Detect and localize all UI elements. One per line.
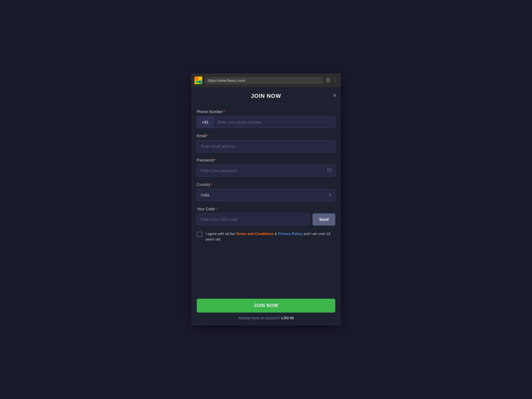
- terms-link[interactable]: Terms and Conditions: [236, 232, 273, 236]
- agree-row: I agree with all the Terms and Condition…: [197, 231, 335, 242]
- phone-label-text: Phone Number: [197, 109, 223, 114]
- email-label-text: Email: [197, 134, 206, 138]
- password-input[interactable]: [197, 165, 335, 177]
- agree-prefix: I agree with all the: [206, 232, 236, 236]
- browser-window: https://www.9winz.com/ ☰ ⋮ JOIN NOW × Ph…: [191, 73, 341, 326]
- phone-input[interactable]: [214, 116, 335, 128]
- modal-container: JOIN NOW × Phone Number* +91 Email*: [191, 87, 341, 326]
- agree-ampersand: &: [273, 232, 278, 236]
- sms-row: Send: [197, 213, 335, 226]
- sms-code-input[interactable]: [197, 213, 310, 226]
- code-label-text: Your Code: [197, 207, 215, 211]
- email-input[interactable]: [197, 140, 335, 152]
- browser-url: https://www.9winz.com/: [205, 77, 323, 84]
- close-button[interactable]: ×: [333, 93, 336, 99]
- country-select[interactable]: India Pakistan Bangladesh Sri Lanka Nepa…: [197, 189, 335, 201]
- email-label: Email*: [197, 134, 335, 138]
- code-required-star: *: [216, 207, 217, 211]
- agree-text: I agree with all the Terms and Condition…: [206, 231, 335, 242]
- modal-title: JOIN NOW: [251, 93, 281, 99]
- country-select-wrapper: India Pakistan Bangladesh Sri Lanka Nepa…: [197, 189, 335, 201]
- country-label-text: Country: [197, 182, 210, 187]
- password-label-text: Password: [197, 158, 214, 162]
- svg-rect-0: [196, 78, 198, 80]
- svg-rect-3: [199, 81, 201, 83]
- email-group: Email*: [197, 134, 335, 152]
- menu-icon[interactable]: ☰: [326, 77, 330, 83]
- phone-input-wrapper: +91: [197, 116, 335, 128]
- privacy-link[interactable]: Privacy Policy: [278, 232, 302, 236]
- more-options-icon[interactable]: ⋮: [332, 77, 337, 83]
- login-prompt: Already have an account?LOG IN: [197, 316, 335, 322]
- url-text: https://www.9winz.com/: [208, 78, 245, 83]
- phone-number-group: Phone Number* +91: [197, 109, 335, 128]
- svg-rect-2: [196, 81, 198, 83]
- send-sms-button[interactable]: Send: [313, 213, 335, 226]
- have-account-text: Already have an account?: [238, 316, 280, 320]
- phone-label: Phone Number*: [197, 109, 335, 114]
- browser-icons: ☰ ⋮: [326, 77, 337, 83]
- code-group: Your Code* Send: [197, 207, 335, 226]
- email-required-star: *: [207, 134, 208, 138]
- login-link[interactable]: LOG IN: [281, 316, 294, 320]
- join-now-button[interactable]: JOIN NOW: [197, 299, 335, 313]
- password-label: Password*: [197, 158, 335, 162]
- password-wrapper: [197, 165, 335, 177]
- password-required-star: *: [214, 158, 216, 162]
- country-code-display: +91: [197, 116, 214, 128]
- password-group: Password*: [197, 158, 335, 177]
- agree-checkbox[interactable]: [197, 232, 202, 237]
- svg-rect-1: [199, 78, 201, 80]
- modal-header: JOIN NOW ×: [191, 87, 341, 104]
- modal-footer: JOIN NOW Already have an account?LOG IN: [191, 294, 341, 326]
- browser-bar: https://www.9winz.com/ ☰ ⋮: [191, 73, 341, 87]
- modal-body: Phone Number* +91 Email* Password*: [191, 104, 341, 294]
- country-label: Country*: [197, 182, 335, 187]
- country-group: Country* India Pakistan Bangladesh Sri L…: [197, 182, 335, 201]
- country-required-star: *: [211, 182, 212, 187]
- toggle-password-icon[interactable]: [327, 168, 332, 174]
- phone-required-star: *: [223, 109, 225, 114]
- browser-logo: [195, 76, 202, 84]
- code-label: Your Code*: [197, 207, 335, 211]
